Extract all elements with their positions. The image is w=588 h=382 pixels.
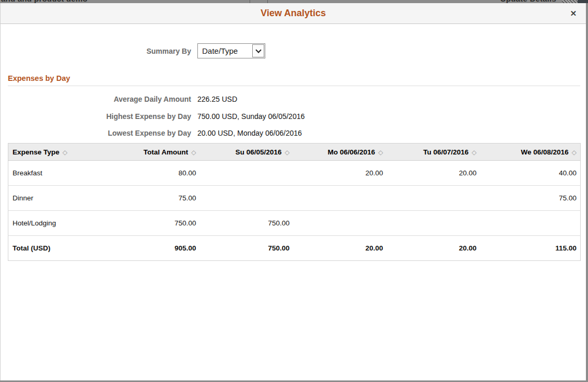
amount-cell: 40.00 [480, 161, 581, 186]
column-header[interactable]: Tu 06/07/2016◇ [387, 144, 480, 161]
sort-icon[interactable]: ◇ [285, 149, 289, 156]
expense-type-cell: Breakfast [8, 161, 107, 186]
column-header-label: Total Amount [144, 148, 188, 156]
amount-cell: 75.00 [107, 186, 200, 211]
close-icon[interactable]: ✕ [567, 7, 580, 20]
sort-icon[interactable]: ◇ [378, 149, 383, 156]
sort-icon[interactable]: ◇ [572, 149, 577, 156]
summary-by-field: Summary By Date/Type [1, 43, 586, 58]
analytics-table: Expense Type◇Total Amount◇Su 06/05/2016◇… [8, 143, 581, 261]
expense-type-cell: Total (USD) [8, 236, 107, 261]
amount-cell [480, 211, 581, 236]
chevron-down-icon [252, 44, 264, 57]
amount-cell [293, 211, 387, 236]
column-header[interactable]: Su 06/05/2016◇ [200, 144, 293, 161]
stat-label: Highest Expense by Day [1, 112, 191, 121]
amount-cell: 20.00 [387, 236, 480, 261]
table-header-row: Expense Type◇Total Amount◇Su 06/05/2016◇… [8, 144, 581, 161]
amount-cell: 750.00 [200, 236, 293, 261]
amount-cell: 75.00 [480, 186, 581, 211]
modal-header: View Analytics ✕ [1, 3, 586, 24]
amount-cell: 905.00 [107, 236, 200, 261]
stat-value: 226.25 USD [197, 95, 237, 103]
column-header-label: We 06/08/2016 [521, 148, 568, 156]
column-header[interactable]: We 06/08/2016◇ [480, 144, 581, 161]
modal-title: View Analytics [1, 8, 586, 19]
stat-highest-expense: Highest Expense by Day 750.00 USD, Sunda… [1, 112, 586, 121]
amount-cell: 20.00 [293, 161, 387, 186]
amount-cell: 750.00 [200, 211, 293, 236]
amount-cell: 750.00 [107, 211, 200, 236]
amount-cell: 20.00 [293, 236, 387, 261]
amount-cell [200, 186, 293, 211]
column-header[interactable]: Total Amount◇ [107, 144, 200, 161]
stat-value: 750.00 USD, Sunday 06/05/2016 [197, 112, 305, 121]
stat-label: Lowest Expense by Day [1, 129, 191, 137]
column-header-label: Expense Type [13, 148, 60, 156]
amount-cell: 20.00 [387, 161, 480, 186]
column-header-label: Su 06/05/2016 [236, 148, 282, 156]
stat-value: 20.00 USD, Monday 06/06/2016 [197, 129, 302, 137]
table-body: Breakfast80.0020.0020.0040.00Dinner75.00… [8, 161, 581, 261]
expenses-table-container: Expense Type◇Total Amount◇Su 06/05/2016◇… [8, 143, 580, 261]
expense-type-cell: Hotel/Lodging [8, 211, 107, 236]
column-header[interactable]: Expense Type◇ [8, 144, 107, 161]
summary-by-label: Summary By [1, 47, 191, 55]
sort-icon[interactable]: ◇ [472, 149, 476, 156]
view-analytics-modal: View Analytics ✕ Summary By Date/Type Ex… [0, 3, 586, 380]
stat-lowest-expense: Lowest Expense by Day 20.00 USD, Monday … [1, 129, 586, 137]
amount-cell [387, 186, 480, 211]
table-row: Hotel/Lodging750.00750.00 [8, 211, 581, 236]
sort-icon[interactable]: ◇ [63, 149, 67, 156]
column-header[interactable]: Mo 06/06/2016◇ [293, 144, 387, 161]
amount-cell [387, 211, 480, 236]
sort-icon[interactable]: ◇ [191, 149, 196, 156]
column-header-label: Mo 06/06/2016 [327, 148, 375, 156]
section-divider [8, 86, 580, 86]
section-title-expenses-by-day: Expenses by Day [8, 74, 70, 82]
amount-cell: 80.00 [107, 161, 200, 186]
expense-type-cell: Dinner [8, 186, 107, 211]
table-total-row: Total (USD)905.00750.0020.0020.00115.00 [8, 236, 581, 261]
amount-cell: 115.00 [480, 236, 581, 261]
table-row: Breakfast80.0020.0020.0040.00 [8, 161, 581, 186]
table-row: Dinner75.0075.00 [8, 186, 581, 211]
amount-cell [200, 161, 293, 186]
summary-by-select[interactable]: Date/Type [197, 43, 265, 58]
amount-cell [293, 186, 387, 211]
summary-by-selected-value: Date/Type [198, 46, 252, 55]
stat-average-daily-amount: Average Daily Amount 226.25 USD [1, 95, 586, 103]
stat-label: Average Daily Amount [1, 95, 191, 103]
column-header-label: Tu 06/07/2016 [423, 148, 468, 156]
